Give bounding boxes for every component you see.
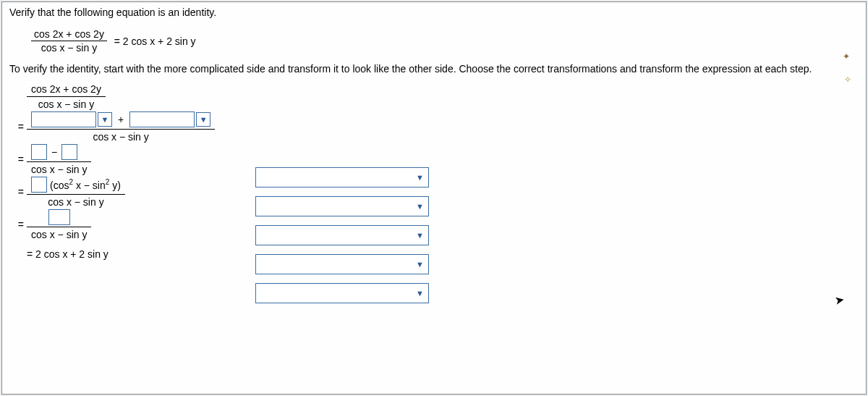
transformation-selects: ▼ ▼ ▼ ▼ ▼ bbox=[255, 167, 429, 312]
prompt-text: Verify that the following equation is an… bbox=[9, 7, 859, 18]
step1-term2-select[interactable] bbox=[129, 111, 195, 127]
step5-transformation-select[interactable]: ▼ bbox=[255, 283, 429, 303]
step1-term1-dropdown-toggle[interactable]: ▼ bbox=[98, 112, 112, 127]
result-text: = 2 cos x + 2 sin y bbox=[27, 248, 109, 260]
step4-num-input[interactable] bbox=[48, 209, 70, 225]
step2-box2-input[interactable] bbox=[61, 144, 77, 160]
instruction-text: To verify the identity, start with the m… bbox=[9, 62, 859, 76]
chevron-down-icon: ▼ bbox=[416, 202, 424, 211]
step2-transformation-select[interactable]: ▼ bbox=[255, 196, 429, 216]
result-row: = 2 cos x + 2 sin y bbox=[12, 242, 859, 266]
step4-row: = cos x − sin y bbox=[12, 209, 859, 240]
step2-box1-input[interactable] bbox=[31, 144, 47, 160]
equals-sign: = bbox=[12, 153, 27, 165]
step3-denominator: cos x − sin y bbox=[27, 194, 125, 208]
chevron-down-icon: ▼ bbox=[416, 289, 424, 298]
step2-denominator: cos x − sin y bbox=[27, 161, 91, 175]
start-expression-row: cos 2x + cos 2y cos x − sin y bbox=[12, 83, 859, 110]
eq-denominator: cos x − sin y bbox=[31, 41, 107, 54]
hint-icon[interactable]: ✦ bbox=[843, 51, 850, 62]
step1-denominator: cos x − sin y bbox=[27, 129, 215, 143]
eq-numerator: cos 2x + cos 2y bbox=[31, 28, 107, 41]
chevron-down-icon: ▼ bbox=[200, 115, 208, 124]
cursor-icon: ➤ bbox=[833, 292, 845, 308]
step1-row: = ▼ + ▼ cos x − sin y bbox=[12, 111, 859, 143]
step3-row: = (cos2 x − sin2 y) cos x − sin y bbox=[12, 177, 859, 208]
step1-term1-select[interactable] bbox=[31, 111, 96, 127]
chevron-down-icon: ▼ bbox=[101, 115, 109, 124]
step3-coeff-input[interactable] bbox=[31, 177, 47, 193]
start-numerator: cos 2x + cos 2y bbox=[27, 83, 106, 96]
step2-row: = − cos x − sin y bbox=[12, 144, 859, 175]
equals-sign: = bbox=[12, 186, 27, 198]
step3-transformation-select[interactable]: ▼ bbox=[255, 225, 429, 245]
step2-minus: − bbox=[51, 146, 57, 158]
equals-sign: = bbox=[12, 219, 27, 230]
equals-sign: = bbox=[12, 121, 27, 132]
chevron-down-icon: ▼ bbox=[416, 260, 424, 269]
step4-transformation-select[interactable]: ▼ bbox=[255, 254, 429, 274]
step3-num-text: (cos2 x − sin2 y) bbox=[50, 178, 121, 191]
chevron-down-icon: ▼ bbox=[416, 173, 424, 182]
step1-transformation-select[interactable]: ▼ bbox=[255, 167, 429, 188]
chevron-down-icon: ▼ bbox=[416, 231, 424, 240]
step4-denominator: cos x − sin y bbox=[27, 227, 91, 240]
start-denominator: cos x − sin y bbox=[27, 96, 106, 110]
step1-term2-dropdown-toggle[interactable]: ▼ bbox=[196, 112, 210, 127]
eq-rhs: = 2 cos x + 2 sin y bbox=[114, 35, 196, 47]
identity-equation: cos 2x + cos 2y cos x − sin y = 2 cos x … bbox=[28, 28, 859, 54]
lightbulb-icon[interactable]: ✧ bbox=[844, 75, 851, 85]
step1-plus: + bbox=[118, 114, 124, 125]
